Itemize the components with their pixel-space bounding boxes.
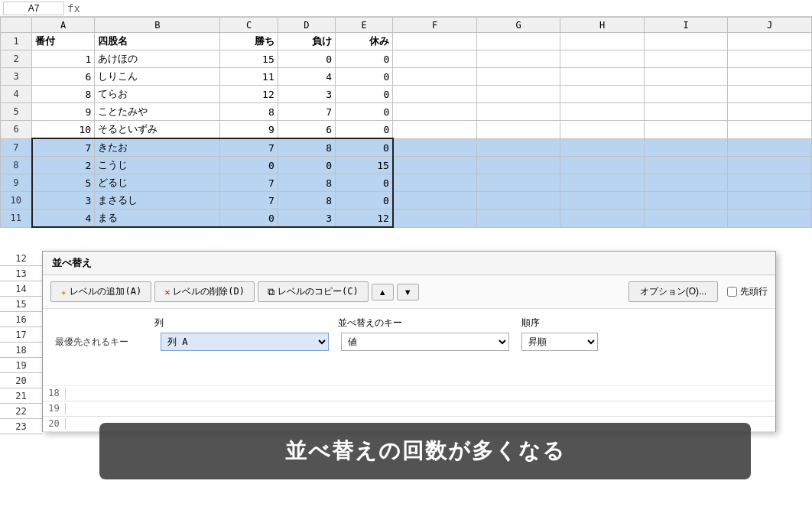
cell-i2[interactable] [644,50,728,68]
cell-h4[interactable] [560,86,645,103]
cell-c8[interactable]: 0 [220,157,278,174]
cell-d10[interactable]: 8 [278,192,335,210]
cell-h8[interactable] [560,157,645,174]
cell-a2[interactable]: 1 [32,50,95,68]
header-checkbox[interactable] [727,287,737,297]
sort-key-select[interactable]: 値 [341,333,509,351]
cell-f9[interactable] [393,174,477,192]
move-down-button[interactable]: ▼ [397,284,419,300]
cell-g6[interactable] [476,121,560,139]
cell-j2[interactable] [728,50,812,68]
cell-i7[interactable] [644,138,728,157]
cell-a1[interactable]: 番付 [32,33,95,50]
cell-g2[interactable] [476,50,560,68]
cell-d11[interactable]: 3 [278,210,335,228]
cell-g1[interactable] [476,33,560,50]
cell-i5[interactable] [644,103,728,121]
add-level-button[interactable]: ✦ レベルの追加(A) [50,281,151,302]
cell-a9[interactable]: 5 [32,174,95,192]
cell-j7[interactable] [728,138,812,157]
order-select[interactable]: 昇順 [521,333,598,351]
cell-h3[interactable] [560,68,645,86]
cell-e5[interactable]: 0 [336,103,393,121]
cell-b3[interactable]: しりこん [95,68,220,86]
cell-i9[interactable] [644,174,728,192]
cell-g3[interactable] [476,68,560,86]
cell-e7[interactable]: 0 [336,138,393,157]
cell-b9[interactable]: どるじ [95,174,220,192]
cell-f11[interactable] [393,210,477,228]
cell-b1[interactable]: 四股名 [95,33,220,50]
cell-a11[interactable]: 4 [32,210,95,228]
options-button[interactable]: オプション(O)... [628,281,718,302]
cell-e8[interactable]: 15 [336,157,393,174]
cell-e3[interactable]: 0 [336,68,393,86]
cell-a8[interactable]: 2 [32,157,95,174]
formula-input[interactable] [83,3,809,14]
cell-c5[interactable]: 8 [220,103,278,121]
cell-f1[interactable] [393,33,477,50]
cell-g7[interactable] [476,138,560,157]
cell-b10[interactable]: まさるし [95,192,220,210]
cell-b2[interactable]: あけほの [95,50,220,68]
col-header-a[interactable]: A [32,18,95,33]
column-select[interactable]: 列 A [161,333,329,351]
cell-i3[interactable] [644,68,728,86]
cell-j9[interactable] [728,174,812,192]
cell-g9[interactable] [476,174,560,192]
cell-a5[interactable]: 9 [32,103,95,121]
cell-c7[interactable]: 7 [220,138,278,157]
cell-h11[interactable] [560,210,645,228]
col-header-d[interactable]: D [278,18,335,33]
name-box[interactable]: A7 [3,2,64,15]
col-header-g[interactable]: G [476,18,560,33]
move-up-button[interactable]: ▲ [372,284,394,300]
cell-h5[interactable] [560,103,645,121]
cell-d1[interactable]: 負け [278,33,335,50]
cell-h9[interactable] [560,174,645,192]
cell-f10[interactable] [393,192,477,210]
cell-b11[interactable]: まる [95,210,220,228]
cell-f2[interactable] [393,50,477,68]
cell-f7[interactable] [393,138,477,157]
cell-i11[interactable] [644,210,728,228]
cell-d4[interactable]: 3 [278,86,335,103]
cell-c2[interactable]: 15 [220,50,278,68]
cell-d9[interactable]: 8 [278,174,335,192]
cell-d3[interactable]: 4 [278,68,335,86]
cell-e10[interactable]: 0 [336,192,393,210]
cell-i4[interactable] [644,86,728,103]
cell-a3[interactable]: 6 [32,68,95,86]
cell-j6[interactable] [728,121,812,139]
cell-f5[interactable] [393,103,477,121]
col-header-f[interactable]: F [393,18,477,33]
cell-c10[interactable]: 7 [220,192,278,210]
cell-j11[interactable] [728,210,812,228]
copy-level-button[interactable]: ⧉ レベルのコピー(C) [258,281,369,302]
cell-b8[interactable]: こうじ [95,157,220,174]
cell-i1[interactable] [644,33,728,50]
cell-g11[interactable] [476,210,560,228]
cell-h10[interactable] [560,192,645,210]
cell-e2[interactable]: 0 [336,50,393,68]
cell-d6[interactable]: 6 [278,121,335,139]
cell-j5[interactable] [728,103,812,121]
cell-h2[interactable] [560,50,645,68]
cell-b6[interactable]: そるといずみ [95,121,220,139]
cell-i10[interactable] [644,192,728,210]
cell-j3[interactable] [728,68,812,86]
col-header-c[interactable]: C [220,18,278,33]
col-header-h[interactable]: H [560,18,645,33]
delete-level-button[interactable]: ✕ レベルの削除(D) [154,281,255,302]
cell-c6[interactable]: 9 [220,121,278,139]
cell-g5[interactable] [476,103,560,121]
cell-h1[interactable] [560,33,645,50]
col-header-j[interactable]: J [728,18,812,33]
cell-h7[interactable] [560,138,645,157]
cell-f4[interactable] [393,86,477,103]
cell-e6[interactable]: 0 [336,121,393,139]
cell-j8[interactable] [728,157,812,174]
cell-j4[interactable] [728,86,812,103]
cell-c9[interactable]: 7 [220,174,278,192]
cell-c3[interactable]: 11 [220,68,278,86]
